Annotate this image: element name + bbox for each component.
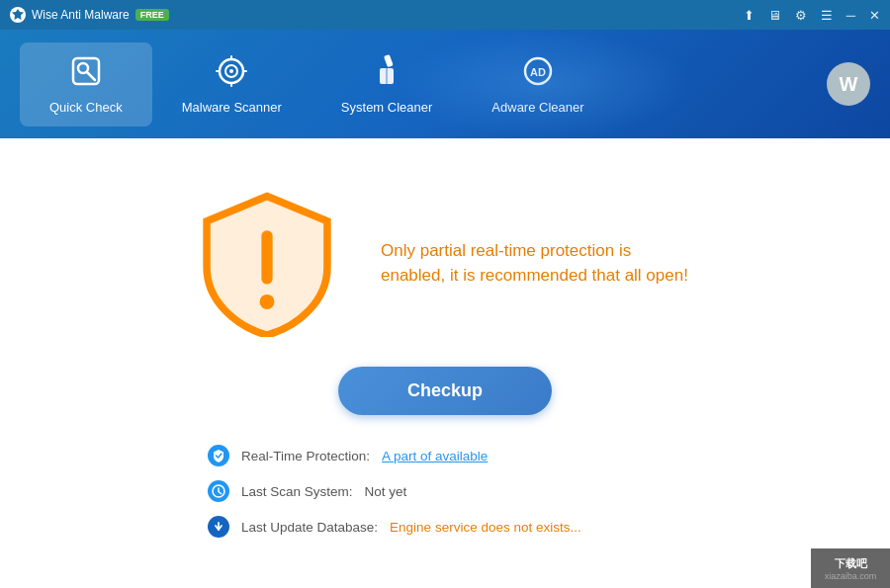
tab-system-cleaner[interactable]: System Cleaner	[312, 42, 462, 126]
nav-tabs: Quick Check Malware Scanner	[20, 42, 827, 126]
svg-point-16	[260, 294, 275, 309]
tab-malware-scanner[interactable]: Malware Scanner	[152, 42, 312, 126]
warning-text: Only partial real-time protection is ena…	[381, 238, 697, 289]
app-title: Wise Anti Malware	[32, 8, 130, 22]
status-list: Real-Time Protection: A part of availabl…	[208, 445, 682, 538]
realtime-label: Real-Time Protection:	[241, 449, 370, 463]
upload-icon[interactable]: ⬆	[744, 8, 755, 23]
quick-check-icon	[69, 54, 103, 92]
app-logo	[10, 7, 26, 23]
tab-quick-check-label: Quick Check	[49, 100, 123, 115]
tab-malware-scanner-label: Malware Scanner	[182, 100, 282, 115]
warning-section: Only partial real-time protection is ena…	[193, 189, 697, 337]
last-scan-value: Not yet	[365, 484, 407, 499]
close-button[interactable]: ✕	[869, 8, 880, 23]
status-realtime: Real-Time Protection: A part of availabl…	[208, 445, 682, 466]
status-last-scan: Last Scan System: Not yet	[208, 480, 682, 502]
tab-quick-check[interactable]: Quick Check	[20, 42, 152, 126]
window-controls: ⬆ 🖥 ⚙ ☰ ─ ✕	[744, 8, 880, 23]
tab-adware-cleaner[interactable]: AD Adware Cleaner	[462, 42, 613, 126]
watermark: 下载吧 xiazaiba.com	[811, 548, 890, 588]
svg-rect-10	[384, 54, 394, 67]
svg-line-19	[219, 492, 222, 494]
tab-system-cleaner-label: System Cleaner	[341, 100, 432, 115]
svg-point-5	[229, 69, 233, 73]
title-bar: Wise Anti Malware FREE ⬆ 🖥 ⚙ ☰ ─ ✕	[0, 0, 890, 30]
realtime-protection-icon	[208, 445, 229, 466]
last-update-value: Engine service does not exists...	[390, 520, 581, 535]
user-avatar[interactable]: W	[827, 62, 870, 106]
last-update-icon	[208, 516, 229, 538]
checkup-button[interactable]: Checkup	[338, 367, 552, 415]
main-content: Only partial real-time protection is ena…	[0, 138, 890, 588]
malware-scanner-icon	[215, 54, 248, 92]
watermark-line1: 下载吧	[825, 556, 877, 571]
last-update-label: Last Update Database:	[241, 520, 378, 535]
app-badge: FREE	[135, 9, 169, 21]
svg-rect-15	[261, 230, 272, 284]
svg-text:AD: AD	[530, 66, 546, 78]
warning-shield	[193, 189, 341, 337]
nav-right: W	[827, 62, 870, 106]
last-scan-label: Last Scan System:	[241, 484, 353, 499]
system-cleaner-icon	[370, 54, 403, 92]
svg-line-2	[87, 72, 95, 80]
status-last-update: Last Update Database: Engine service doe…	[208, 516, 682, 538]
adware-cleaner-icon: AD	[521, 54, 555, 92]
minimize-button[interactable]: ─	[846, 8, 855, 23]
tab-adware-cleaner-label: Adware Cleaner	[491, 100, 583, 115]
title-bar-left: Wise Anti Malware FREE	[10, 7, 169, 23]
realtime-value[interactable]: A part of available	[382, 449, 488, 463]
menu-icon[interactable]: ☰	[821, 8, 833, 23]
watermark-url: xiazaiba.com	[825, 571, 877, 581]
navbar: Quick Check Malware Scanner	[0, 30, 890, 138]
settings-icon[interactable]: ⚙	[795, 8, 807, 23]
monitor-icon[interactable]: 🖥	[768, 8, 781, 23]
last-scan-icon	[208, 480, 229, 502]
